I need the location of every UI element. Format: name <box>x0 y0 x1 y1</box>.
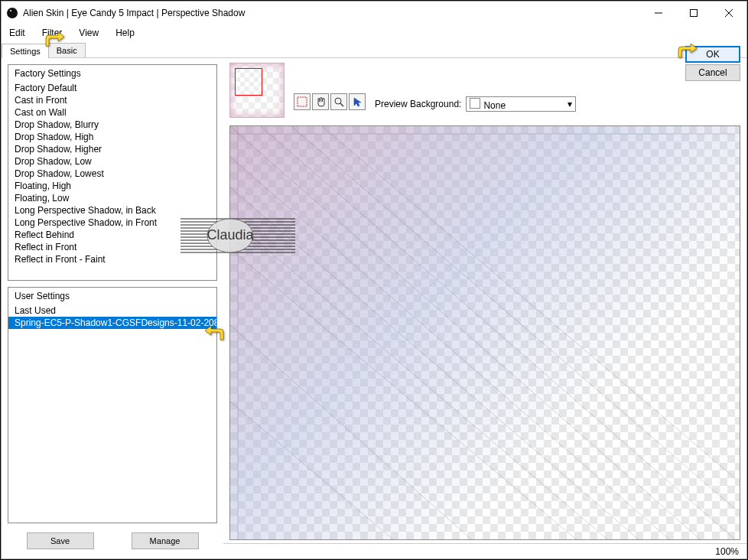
left-panel: Factory Settings Factory DefaultCast in … <box>2 58 223 558</box>
close-button[interactable] <box>711 2 746 24</box>
list-item[interactable]: Factory Default <box>8 82 216 94</box>
svg-line-11 <box>291 126 735 509</box>
menubar: Edit Filter View Help <box>2 24 746 41</box>
svg-line-16 <box>230 249 613 539</box>
preview-background-control: Preview Background: None ▾ <box>375 96 576 112</box>
list-item[interactable]: Drop Shadow, Higher <box>8 143 216 155</box>
list-item[interactable]: Last Used <box>8 304 216 317</box>
menu-help[interactable]: Help <box>112 26 138 40</box>
list-item[interactable]: Drop Shadow, Blurry <box>8 119 216 131</box>
content-area: Factory Settings Factory DefaultCast in … <box>2 58 746 558</box>
tab-settings[interactable]: Settings <box>2 44 49 58</box>
manage-button[interactable]: Manage <box>132 532 199 549</box>
tab-row: Settings Basic <box>2 43 746 58</box>
preview-canvas[interactable] <box>229 125 740 540</box>
svg-point-1 <box>10 10 11 11</box>
statusbar: 100% <box>223 543 746 558</box>
svg-rect-3 <box>691 10 698 17</box>
minimize-button[interactable] <box>641 2 676 24</box>
cancel-button[interactable]: Cancel <box>685 64 740 81</box>
button-row: Save Manage <box>8 529 217 552</box>
svg-line-10 <box>261 126 735 539</box>
preview-bg-label: Preview Background: <box>375 99 461 109</box>
window-title: Alien Skin | Eye Candy 5 Impact | Perspe… <box>23 8 641 18</box>
list-item[interactable]: Reflect in Front <box>8 241 216 253</box>
list-item[interactable]: Reflect Behind <box>8 229 216 241</box>
svg-line-15 <box>230 218 643 539</box>
tab-basic[interactable]: Basic <box>48 43 86 57</box>
arrow-icon[interactable] <box>349 93 366 110</box>
chevron-down-icon: ▾ <box>568 99 572 109</box>
menu-view[interactable]: View <box>76 26 102 40</box>
right-panel: Preview Background: None ▾ OK Cancel <box>223 58 746 558</box>
selection-rect-icon[interactable] <box>294 93 311 110</box>
svg-line-14 <box>230 187 674 539</box>
list-item[interactable]: Floating, Low <box>8 192 216 204</box>
save-button[interactable]: Save <box>27 532 94 549</box>
ok-button[interactable]: OK <box>685 46 740 63</box>
preview-thumbnail[interactable] <box>229 63 285 118</box>
list-item[interactable]: Long Perspective Shadow, in Front <box>8 217 216 229</box>
menu-edit[interactable]: Edit <box>6 26 28 40</box>
list-item[interactable]: Drop Shadow, Lowest <box>8 168 216 180</box>
maximize-button[interactable] <box>676 2 711 24</box>
svg-point-7 <box>335 98 341 104</box>
titlebar: Alien Skin | Eye Candy 5 Impact | Perspe… <box>2 2 746 24</box>
svg-rect-6 <box>298 97 307 106</box>
zoom-icon[interactable] <box>330 93 347 110</box>
list-item[interactable]: Cast on Wall <box>8 106 216 119</box>
list-item[interactable]: Spring-EC5-P-Shadow1-CGSFDesigns-11-02-2… <box>8 317 216 329</box>
svg-point-0 <box>7 8 18 18</box>
list-item[interactable]: Drop Shadow, Low <box>8 155 216 168</box>
tool-icon-group <box>294 93 366 110</box>
zoom-level: 100% <box>715 546 739 557</box>
list-item[interactable]: Reflect in Front - Faint <box>8 253 216 265</box>
svg-line-12 <box>322 126 735 478</box>
list-item[interactable]: Floating, High <box>8 180 216 192</box>
svg-line-18 <box>230 402 429 539</box>
toolbar-area: Preview Background: None ▾ OK Cancel <box>223 58 746 125</box>
svg-line-17 <box>230 325 506 539</box>
svg-line-8 <box>340 103 343 106</box>
user-header: User Settings <box>8 288 216 304</box>
window: Alien Skin | Eye Candy 5 Impact | Perspe… <box>1 1 747 559</box>
list-item[interactable]: Drop Shadow, High <box>8 131 216 143</box>
swatch-icon <box>470 98 480 109</box>
hand-icon[interactable] <box>312 93 329 110</box>
list-item[interactable]: Long Perspective Shadow, in Back <box>8 204 216 217</box>
list-item[interactable]: Cast in Front <box>8 94 216 106</box>
app-icon <box>6 7 18 19</box>
preview-bg-combo[interactable]: None ▾ <box>466 96 576 112</box>
menu-filter[interactable]: Filter <box>39 26 66 40</box>
preview-bg-value: None <box>483 100 506 111</box>
svg-line-9 <box>230 126 735 539</box>
svg-line-13 <box>230 157 704 539</box>
user-settings-list[interactable]: User Settings Last UsedSpring-EC5-P-Shad… <box>8 287 217 523</box>
factory-settings-list[interactable]: Factory Settings Factory DefaultCast in … <box>8 64 217 281</box>
factory-header: Factory Settings <box>8 65 216 82</box>
